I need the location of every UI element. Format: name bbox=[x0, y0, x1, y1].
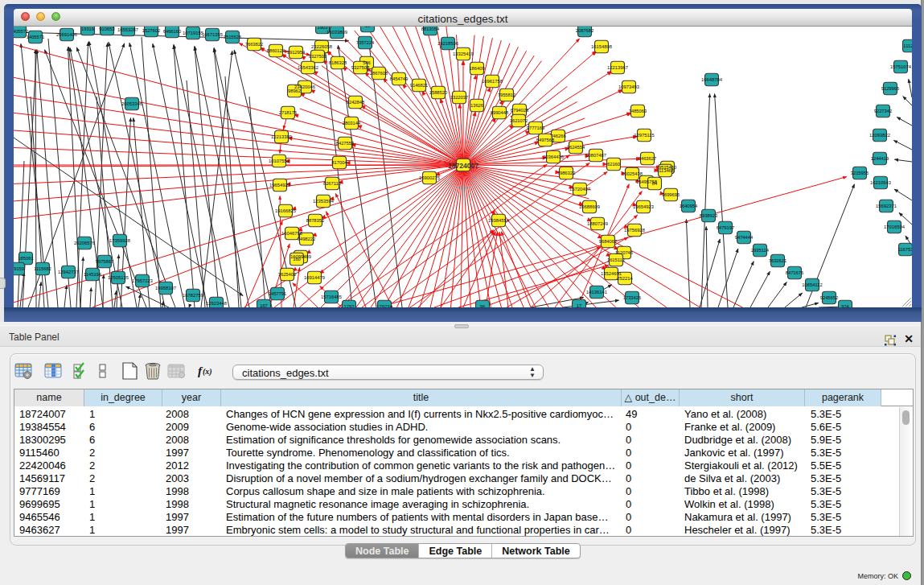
svg-text:96: 96 bbox=[480, 304, 485, 307]
svg-text:1115682: 1115682 bbox=[34, 266, 51, 271]
svg-text:8860124: 8860124 bbox=[267, 48, 285, 53]
svg-text:12923448: 12923448 bbox=[206, 301, 227, 306]
svg-text:16671355: 16671355 bbox=[202, 32, 223, 37]
svg-text:17957223: 17957223 bbox=[132, 278, 153, 283]
svg-text:6479197: 6479197 bbox=[717, 225, 735, 230]
svg-text:20206576: 20206576 bbox=[74, 241, 95, 245]
svg-text:10025438: 10025438 bbox=[622, 171, 643, 176]
svg-text:2803144: 2803144 bbox=[343, 121, 361, 126]
svg-text:9327508: 9327508 bbox=[351, 65, 370, 70]
svg-text:7357224: 7357224 bbox=[356, 40, 375, 45]
svg-text:12353594: 12353594 bbox=[313, 199, 335, 204]
svg-text:2867608: 2867608 bbox=[370, 71, 388, 76]
svg-text:15692371: 15692371 bbox=[876, 204, 897, 208]
svg-text:7663822: 7663822 bbox=[245, 42, 264, 47]
svg-text:13626: 13626 bbox=[470, 103, 483, 108]
svg-text:2718176: 2718176 bbox=[279, 110, 298, 115]
svg-text:8938923: 8938923 bbox=[700, 213, 718, 218]
svg-text:20364436: 20364436 bbox=[543, 154, 564, 159]
svg-text:1244419: 1244419 bbox=[871, 156, 889, 161]
svg-text:252214: 252214 bbox=[617, 276, 633, 281]
svg-text:16046798: 16046798 bbox=[281, 231, 302, 236]
svg-text:8427552: 8427552 bbox=[336, 141, 355, 146]
svg-text:9457791: 9457791 bbox=[269, 291, 287, 296]
svg-text:9975867: 9975867 bbox=[96, 259, 114, 264]
svg-text:7955812: 7955812 bbox=[498, 93, 516, 97]
svg-text:20053346: 20053346 bbox=[121, 101, 142, 106]
svg-text:16154808: 16154808 bbox=[591, 44, 612, 49]
svg-text:8454749: 8454749 bbox=[390, 76, 409, 81]
svg-text:1640954: 1640954 bbox=[680, 204, 698, 208]
svg-text:16: 16 bbox=[365, 27, 370, 28]
svg-text:6466160: 6466160 bbox=[163, 29, 182, 34]
svg-text:39159: 39159 bbox=[14, 266, 24, 271]
svg-text:17016504: 17016504 bbox=[884, 225, 906, 229]
svg-text:8990448: 8990448 bbox=[491, 110, 509, 115]
svg-text:98962: 98962 bbox=[288, 89, 301, 93]
svg-text:15900275: 15900275 bbox=[419, 175, 440, 180]
svg-text:17: 17 bbox=[577, 303, 581, 307]
svg-text:8878352: 8878352 bbox=[306, 218, 325, 223]
svg-text:12942737: 12942737 bbox=[58, 270, 79, 274]
svg-text:12975115: 12975115 bbox=[634, 133, 654, 138]
svg-text:16553287: 16553287 bbox=[117, 27, 138, 32]
svg-text:1621072: 1621072 bbox=[510, 118, 528, 123]
svg-text:1615112: 1615112 bbox=[607, 257, 625, 262]
svg-text:10107552: 10107552 bbox=[269, 159, 290, 163]
svg-text:3624554: 3624554 bbox=[567, 145, 585, 150]
svg-text:16961758: 16961758 bbox=[482, 79, 503, 84]
svg-text:19319: 19319 bbox=[81, 27, 94, 31]
svg-text:12093822: 12093822 bbox=[869, 133, 890, 138]
svg-text:167: 167 bbox=[260, 303, 268, 307]
svg-text:23226058: 23226058 bbox=[311, 44, 332, 49]
svg-text:10807487: 10807487 bbox=[585, 153, 606, 158]
svg-text:19384554: 19384554 bbox=[488, 218, 510, 223]
svg-text:9129966: 9129966 bbox=[881, 86, 900, 91]
svg-text:19218506: 19218506 bbox=[437, 41, 458, 46]
svg-text:(x): (x) bbox=[203, 367, 212, 377]
svg-text:10654112: 10654112 bbox=[802, 282, 822, 287]
svg-text:186409: 186409 bbox=[469, 66, 484, 71]
svg-text:16210643: 16210643 bbox=[870, 180, 891, 185]
svg-text:9227342: 9227342 bbox=[874, 109, 893, 113]
svg-text:12213389: 12213389 bbox=[271, 134, 292, 139]
svg-text:10688609: 10688609 bbox=[579, 204, 600, 209]
svg-text:18807249: 18807249 bbox=[587, 221, 608, 226]
svg-text:1527602: 1527602 bbox=[142, 28, 161, 33]
svg-text:13325419: 13325419 bbox=[453, 51, 474, 56]
svg-text:1120746: 1120746 bbox=[615, 250, 633, 255]
svg-text:8813054: 8813054 bbox=[421, 27, 440, 31]
svg-text:12505135: 12505135 bbox=[108, 275, 129, 280]
svg-text:9498222: 9498222 bbox=[298, 237, 316, 241]
svg-text:9699695: 9699695 bbox=[662, 192, 680, 197]
svg-text:160: 160 bbox=[293, 257, 301, 262]
svg-text:15720407: 15720407 bbox=[569, 187, 590, 192]
svg-text:129234: 129234 bbox=[376, 304, 392, 307]
svg-text:116753: 116753 bbox=[898, 247, 912, 252]
svg-text:185061: 185061 bbox=[18, 256, 33, 261]
svg-text:9684067: 9684067 bbox=[599, 239, 618, 244]
svg-text:19756928: 19756928 bbox=[624, 228, 645, 233]
svg-text:20691406: 20691406 bbox=[56, 32, 77, 37]
svg-text:3912954: 3912954 bbox=[287, 50, 306, 55]
svg-text:11123: 11123 bbox=[903, 43, 912, 48]
svg-text:18724007: 18724007 bbox=[448, 162, 478, 170]
svg-text:7515526: 7515526 bbox=[224, 35, 242, 39]
svg-text:15716485: 15716485 bbox=[321, 295, 342, 299]
svg-text:2087682: 2087682 bbox=[576, 28, 594, 33]
svg-text:17359928: 17359928 bbox=[109, 238, 130, 243]
svg-text:7625402: 7625402 bbox=[278, 272, 297, 277]
svg-text:817004: 817004 bbox=[331, 160, 347, 165]
svg-text:9777169: 9777169 bbox=[527, 126, 545, 130]
svg-text:8471676: 8471676 bbox=[786, 270, 804, 275]
svg-text:2935114: 2935114 bbox=[751, 248, 770, 253]
svg-text:7632621: 7632621 bbox=[769, 258, 787, 263]
svg-text:62160: 62160 bbox=[607, 162, 620, 167]
svg-text:1733426: 1733426 bbox=[623, 295, 642, 300]
svg-text:6497568: 6497568 bbox=[536, 138, 555, 142]
svg-text:19958107: 19958107 bbox=[155, 286, 176, 290]
svg-text:16543362: 16543362 bbox=[298, 65, 318, 70]
svg-text:8267110: 8267110 bbox=[323, 181, 341, 186]
svg-text:15751074: 15751074 bbox=[890, 64, 912, 69]
svg-text:12213967: 12213967 bbox=[607, 65, 628, 70]
